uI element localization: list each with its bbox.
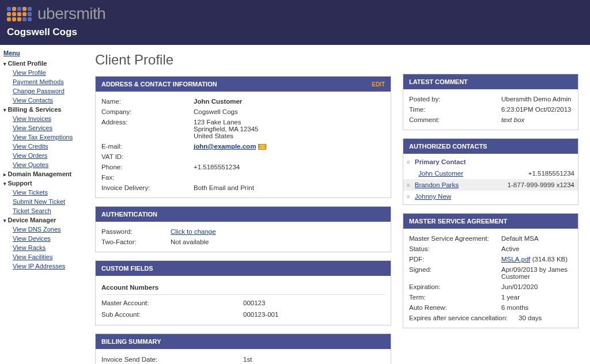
sidebar-item-view-racks[interactable]: View Racks: [3, 243, 80, 252]
contact-phone: 1-877-999-9999 x1234: [508, 181, 574, 188]
sidebar-item-view-facilities[interactable]: View Facilities: [3, 252, 80, 261]
twofactor-label: Two-Factor:: [101, 238, 171, 245]
page-title: Client Profile: [95, 52, 391, 68]
name-value: John Customer: [194, 98, 385, 105]
posted-by-value: Ubersmith Demo Admin: [501, 96, 572, 103]
msa-panel-title: MASTER SERVICE AGREEMENT: [409, 218, 508, 225]
fax-value: [194, 174, 385, 181]
sidebar-item-payment-methods[interactable]: Payment Methods: [3, 77, 80, 86]
expiration-value: Jun/01/2020: [501, 283, 572, 290]
mail-icon[interactable]: [258, 144, 266, 150]
primary-contact-label: Primary Contact: [415, 158, 574, 165]
company-value: Cogswell Cogs: [194, 108, 385, 115]
sidebar-item-view-ip[interactable]: View IP Addresses: [3, 261, 80, 271]
email-value: john@example.com: [194, 143, 385, 150]
edit-button[interactable]: EDIT: [372, 81, 385, 88]
pdf-link[interactable]: MSLA.pdf: [501, 256, 531, 263]
contact-link[interactable]: Johnny New: [415, 193, 451, 200]
client-name-subtitle: Cogswell Cogs: [7, 26, 583, 38]
sidebar-item-view-tax-exemptions[interactable]: View Tax Exemptions: [3, 132, 80, 142]
logo-icon: [7, 7, 32, 21]
grip-icon[interactable]: ≡: [407, 182, 410, 188]
sidebar-item-ticket-search[interactable]: Ticket Search: [3, 206, 80, 215]
invoice-send-value: 1st: [243, 356, 385, 363]
billing-panel-title: BILLING SUMMARY: [101, 338, 161, 345]
comment-value: text box: [501, 116, 572, 123]
company-label: Company:: [101, 108, 194, 115]
term-value: 1 year: [501, 294, 572, 301]
sidebar-section-client-profile[interactable]: Client Profile: [3, 59, 80, 68]
invoice-send-label: Invoice Send Date:: [101, 356, 243, 363]
term-label: Term:: [409, 294, 501, 301]
status-label: Status:: [409, 245, 501, 252]
sidebar-item-view-orders[interactable]: View Orders: [3, 151, 80, 160]
contacts-panel: AUTHORIZED CONTACTS ≡ Primary Contact Jo…: [403, 138, 578, 205]
status-value: Active: [501, 245, 572, 252]
logo: ubersmith: [7, 5, 583, 23]
grip-icon[interactable]: ≡: [407, 159, 410, 165]
address-value: 123 Fake LanesSpringfield, MA 12345Unite…: [194, 119, 385, 139]
password-label: Password:: [101, 228, 171, 235]
sidebar-item-view-devices[interactable]: View Devices: [3, 234, 80, 243]
sidebar-item-view-dns[interactable]: View DNS Zones: [3, 225, 80, 234]
sidebar-item-submit-ticket[interactable]: Submit New Ticket: [3, 197, 80, 206]
sidebar-item-view-profile[interactable]: View Profile: [3, 68, 80, 77]
address-panel-title: ADDRESS & CONTACT INFORMATION: [101, 81, 217, 88]
expires-after-label: Expires after service cancellation:: [409, 314, 519, 321]
master-account-label: Master Account:: [101, 299, 243, 306]
sidebar-section-support[interactable]: Support: [3, 179, 80, 188]
signed-value: Apr/09/2013 by James Customer: [501, 266, 572, 280]
custom-panel-title: CUSTOM FIELDS: [101, 265, 153, 272]
phone-value: +1.5185551234: [194, 164, 385, 170]
invoice-delivery-label: Invoice Delivery:: [101, 184, 194, 191]
time-label: Time:: [409, 106, 501, 113]
sidebar-section-domain[interactable]: Domain Management: [3, 169, 80, 179]
vat-label: VAT ID:: [101, 153, 194, 160]
invoice-delivery-value: Both Email and Print: [194, 184, 385, 191]
posted-by-label: Posted by:: [409, 96, 501, 103]
expires-after-value: 30 days: [519, 314, 572, 321]
sub-account-label: Sub Account:: [101, 311, 243, 318]
sub-account-value: 000123-001: [243, 311, 385, 318]
menu-heading[interactable]: Menu: [3, 50, 80, 56]
sidebar-section-device-manager[interactable]: Device Manager: [3, 215, 80, 225]
email-link[interactable]: john@example.com: [194, 143, 256, 150]
fax-label: Fax:: [101, 174, 194, 181]
auth-panel-title: AUTHENTICATION: [101, 211, 157, 218]
brand-text: ubersmith: [37, 5, 105, 23]
contact-link[interactable]: Brandon Parks: [415, 181, 459, 188]
msa-label: Master Service Agreement:: [409, 235, 501, 242]
address-panel: ADDRESS & CONTACT INFORMATION EDIT Name:…: [95, 76, 391, 198]
phone-label: Phone:: [101, 164, 194, 170]
sidebar-item-view-contacts[interactable]: View Contacts: [3, 96, 80, 105]
pdf-size: (314.83 KB): [532, 256, 568, 263]
contacts-panel-title: AUTHORIZED CONTACTS: [409, 143, 487, 150]
msa-panel: MASTER SERVICE AGREEMENT Master Service …: [403, 213, 578, 328]
sidebar-item-view-quotes[interactable]: View Quotes: [3, 160, 80, 169]
custom-fields-panel: CUSTOM FIELDS Account Numbers Master Acc…: [95, 260, 391, 325]
address-label: Address:: [101, 119, 194, 139]
autorenew-value: 6 months: [501, 304, 572, 311]
contact-link[interactable]: John Customer: [418, 170, 463, 177]
grip-icon[interactable]: ≡: [407, 194, 410, 200]
sidebar-item-change-password[interactable]: Change Password: [3, 86, 80, 96]
sidebar-item-view-credits[interactable]: View Credits: [3, 142, 80, 151]
expiration-label: Expiration:: [409, 283, 501, 290]
password-change-link[interactable]: Click to change: [171, 228, 216, 235]
latest-comment-panel: LATEST COMMENT Posted by:Ubersmith Demo …: [403, 74, 578, 130]
sidebar-item-view-services[interactable]: View Services: [3, 123, 80, 132]
sidebar-item-view-invoices[interactable]: View Invoices: [3, 114, 80, 123]
sidebar: Menu Client Profile View Profile Payment…: [0, 45, 84, 364]
msa-value: Default MSA: [501, 235, 572, 242]
latest-comment-title: LATEST COMMENT: [409, 78, 468, 85]
twofactor-value: Not available: [171, 238, 385, 245]
vat-value: [194, 153, 385, 160]
billing-summary-panel: BILLING SUMMARY Invoice Send Date:1st Gr…: [95, 333, 391, 364]
signed-label: Signed:: [409, 266, 501, 280]
sidebar-item-view-tickets[interactable]: View Tickets: [3, 188, 80, 197]
auth-panel: AUTHENTICATION Password:Click to change …: [95, 206, 391, 252]
account-numbers-header: Account Numbers: [101, 280, 385, 295]
sidebar-section-billing[interactable]: Billing & Services: [3, 105, 80, 114]
comment-label: Comment:: [409, 116, 501, 123]
app-header: ubersmith Cogswell Cogs: [0, 0, 590, 45]
